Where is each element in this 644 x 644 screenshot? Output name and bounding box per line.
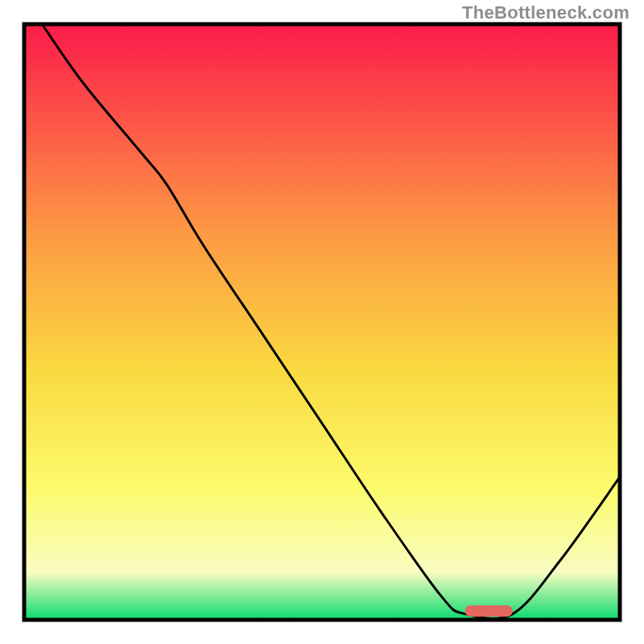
watermark-text: TheBottleneck.com — [462, 2, 630, 23]
bottleneck-chart — [0, 0, 644, 644]
chart-container: TheBottleneck.com — [0, 0, 644, 644]
plot-area — [24, 24, 620, 620]
baseline-marker — [465, 605, 513, 617]
